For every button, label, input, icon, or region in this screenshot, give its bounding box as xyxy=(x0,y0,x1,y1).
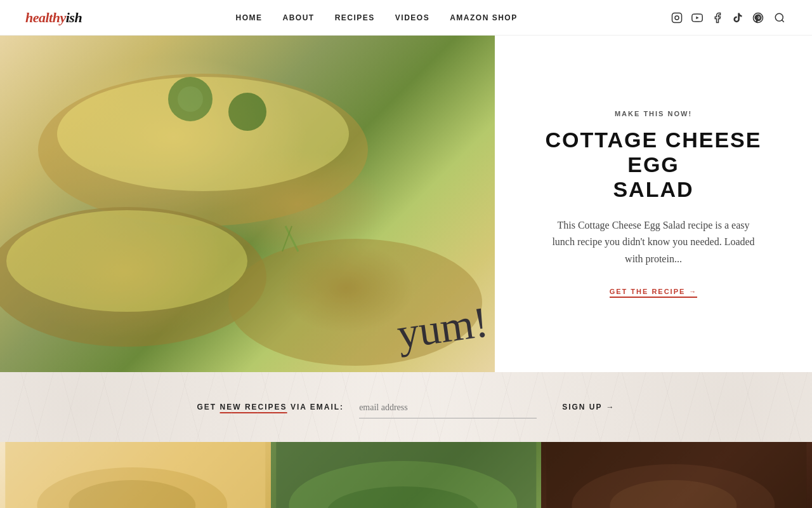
thumbnail-2[interactable] xyxy=(271,442,542,508)
main-nav: HOME ABOUT RECIPES VIDEOS AMAZON SHOP xyxy=(235,13,517,22)
svg-point-13 xyxy=(178,86,203,112)
sign-up-button[interactable]: SIGN UP → xyxy=(562,403,615,411)
nav-about[interactable]: ABOUT xyxy=(282,13,314,22)
nav-amazon-shop[interactable]: AMAZON SHOP xyxy=(450,13,518,22)
nav-home[interactable]: HOME xyxy=(235,13,262,22)
signup-label: GET NEW RECIPES VIA EMAIL: xyxy=(197,403,360,411)
svg-point-4 xyxy=(775,13,783,21)
search-icon[interactable] xyxy=(773,11,787,25)
hero-recipe-title: COTTAGE CHEESE EGGSALAD xyxy=(533,128,774,202)
svg-marker-3 xyxy=(696,16,698,19)
nav-recipes[interactable]: RECIPES xyxy=(335,13,375,22)
svg-point-1 xyxy=(675,16,679,20)
logo[interactable]: healthyish xyxy=(25,10,82,26)
social-nav-icons xyxy=(671,11,787,25)
pinterest-icon[interactable] xyxy=(752,12,764,23)
svg-point-10 xyxy=(6,210,247,312)
youtube-icon[interactable] xyxy=(691,12,703,23)
nav-videos[interactable]: VIDEOS xyxy=(395,13,429,22)
site-header: healthyish HOME ABOUT RECIPES VIDEOS AMA… xyxy=(0,0,812,36)
email-signup-section: GET NEW RECIPES VIA EMAIL: SIGN UP → xyxy=(0,372,812,442)
svg-line-5 xyxy=(782,20,783,22)
instagram-icon[interactable] xyxy=(671,12,683,23)
hero-eyebrow: MAKE THIS NOW! xyxy=(615,110,692,117)
thumbnail-1[interactable] xyxy=(0,442,271,508)
svg-point-8 xyxy=(228,239,482,366)
svg-point-12 xyxy=(228,93,266,131)
hero-image: yum! xyxy=(0,36,495,372)
get-recipe-link[interactable]: GET THE RECIPE → xyxy=(610,288,698,298)
hero-recipe-description: This Cottage Cheese Egg Salad recipe is … xyxy=(546,217,761,267)
hero-content-panel: MAKE THIS NOW! COTTAGE CHEESE EGGSALAD T… xyxy=(495,36,812,372)
email-input[interactable] xyxy=(359,403,537,413)
thumbnail-3[interactable] xyxy=(541,442,812,508)
thumbnail-strip xyxy=(0,442,812,508)
email-field-wrap xyxy=(359,396,537,418)
tiktok-icon[interactable] xyxy=(732,12,743,23)
facebook-icon[interactable] xyxy=(712,12,723,23)
hero-section: yum! MAKE THIS NOW! COTTAGE CHEESE EGGSA… xyxy=(0,36,812,372)
svg-rect-0 xyxy=(672,13,682,22)
